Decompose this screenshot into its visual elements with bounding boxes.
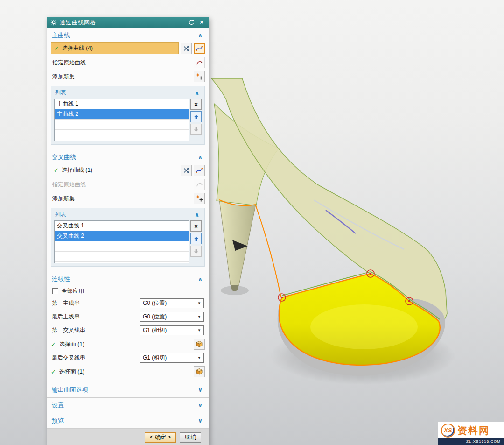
chevron-up-icon[interactable]: ∧: [196, 276, 204, 283]
section-title: 预览: [52, 417, 196, 425]
arrow-down-icon: [194, 249, 199, 254]
watermark-brand: 资料网: [457, 424, 490, 437]
first-primary-dropdown[interactable]: G0 (位置) ▼: [140, 298, 204, 308]
chevron-up-icon[interactable]: ∧: [196, 32, 204, 39]
chevron-down-icon[interactable]: ∨: [196, 417, 204, 424]
cross-select-curve-label: 选择曲线 (1): [62, 166, 92, 174]
list-title: 列表: [55, 89, 193, 97]
dropdown-value: G0 (位置): [143, 299, 196, 307]
section-main-curves: 主曲线 ∧ ✓ 选择曲线 (4): [47, 28, 209, 149]
table-row[interactable]: 交叉曲线 1: [55, 221, 189, 231]
add-new-set-icon[interactable]: [194, 193, 205, 204]
curve-rule-icon[interactable]: [194, 43, 205, 54]
section-settings-header[interactable]: 设置 ∨: [47, 398, 209, 413]
last-cross-label: 最后交叉线串: [52, 354, 140, 362]
table-row-empty[interactable]: [55, 241, 189, 252]
row-label: 主曲线 2: [55, 109, 90, 119]
arrow-up-icon: [194, 236, 199, 241]
swap-arrows-icon[interactable]: [181, 43, 192, 54]
dialog-footer: < 确定 > 取消: [47, 429, 209, 445]
chevron-up-icon[interactable]: ∧: [196, 154, 204, 161]
arrow-down-icon: [194, 127, 199, 132]
move-up-button[interactable]: [190, 111, 202, 122]
dropdown-value: G1 (相切): [143, 326, 196, 334]
close-icon[interactable]: ×: [198, 19, 205, 26]
last-cross-dropdown[interactable]: G1 (相切) ▼: [140, 353, 204, 363]
watermark-url: ZL.XS1616.COM: [438, 438, 504, 445]
first-primary-label: 第一主线串: [52, 299, 140, 307]
main-select-curve-field[interactable]: ✓ 选择曲线 (4): [51, 42, 179, 54]
section-continuity-header[interactable]: 连续性 ∧: [47, 273, 209, 285]
select-face-first-label: 选择面 (1): [58, 340, 192, 348]
move-down-button[interactable]: [190, 246, 202, 257]
chevron-up-icon[interactable]: ∧: [193, 212, 201, 218]
cross-origin-curve-label: 指定原始曲线: [51, 181, 192, 189]
curve-rule-icon[interactable]: [194, 165, 205, 176]
swap-arrows-icon[interactable]: [181, 165, 192, 176]
gear-icon: [50, 19, 57, 26]
remove-row-button[interactable]: ×: [190, 220, 202, 232]
apply-all-label: 全部应用: [62, 287, 84, 295]
chevron-down-icon: ▼: [197, 328, 201, 332]
table-row[interactable]: 主曲线 1: [55, 99, 189, 109]
remove-row-button[interactable]: ×: [190, 99, 202, 110]
chevron-down-icon: ▼: [197, 301, 201, 305]
list-title: 列表: [55, 211, 193, 219]
section-preview-header[interactable]: 预览 ∨: [47, 413, 209, 428]
chevron-down-icon: ▼: [197, 315, 201, 319]
dropdown-value: G0 (位置): [143, 313, 196, 321]
chevron-down-icon[interactable]: ∨: [196, 387, 204, 393]
reset-icon[interactable]: [188, 19, 195, 26]
cross-select-curve-field[interactable]: ✓ 选择曲线 (1): [51, 164, 179, 176]
section-output-options: 输出曲面选项 ∨: [47, 382, 209, 398]
first-cross-dropdown[interactable]: G1 (相切) ▼: [140, 325, 204, 335]
move-up-button[interactable]: [190, 233, 202, 244]
origin-curve-icon-disabled: [194, 179, 205, 190]
origin-curve-icon[interactable]: [194, 57, 205, 68]
cross-curves-table: 交叉曲线 1 交叉曲线 2: [54, 220, 189, 263]
cross-add-new-set-label: 添加新集: [51, 195, 192, 203]
last-primary-label: 最后主线串: [52, 313, 140, 321]
section-main-curves-header[interactable]: 主曲线 ∧: [47, 29, 209, 41]
section-preview: 预览 ∨: [47, 413, 209, 429]
ok-button[interactable]: < 确定 >: [145, 432, 176, 443]
check-icon: ✓: [51, 368, 56, 375]
section-title: 输出曲面选项: [52, 386, 196, 394]
delete-icon: ×: [194, 101, 198, 108]
section-title: 交叉曲线: [52, 153, 196, 162]
section-title: 连续性: [52, 275, 196, 283]
apply-all-checkbox[interactable]: [52, 288, 58, 294]
table-row-empty[interactable]: [55, 252, 189, 262]
check-icon: ✓: [54, 167, 59, 174]
section-settings: 设置 ∨: [47, 398, 209, 413]
table-row-selected[interactable]: 主曲线 2: [55, 109, 189, 120]
orange-back-seam[interactable]: [256, 205, 281, 297]
section-cross-curves: 交叉曲线 ∧ ✓ 选择曲线 (1): [47, 149, 209, 271]
watermark: XS 资料网 ZL.XS1616.COM: [438, 422, 504, 445]
dropdown-value: G1 (相切): [143, 354, 196, 362]
main-curves-table: 主曲线 1 主曲线 2: [54, 99, 189, 141]
table-row-empty[interactable]: [55, 130, 189, 140]
section-continuity: 连续性 ∧ 全部应用 第一主线串 G0 (位置) ▼ 最后主线串 G0 (位置)…: [47, 271, 209, 382]
main-select-curve-label: 选择曲线 (4): [62, 44, 93, 52]
section-cross-curves-header[interactable]: 交叉曲线 ∧: [47, 151, 209, 163]
check-icon: ✓: [51, 341, 56, 348]
application-viewport: 通过曲线网格 × 主曲线 ∧ ✓ 选择曲线 (4): [0, 0, 504, 445]
face-cube-icon[interactable]: [194, 339, 205, 350]
move-down-button[interactable]: [190, 124, 202, 135]
chevron-up-icon[interactable]: ∧: [193, 90, 201, 96]
vamp-highlight: [310, 304, 418, 349]
first-cross-label: 第一交叉线串: [52, 326, 140, 334]
section-output-options-header[interactable]: 输出曲面选项 ∨: [47, 382, 209, 397]
table-row-selected[interactable]: 交叉曲线 2: [55, 231, 189, 241]
add-new-set-icon[interactable]: [194, 71, 205, 82]
table-row-empty[interactable]: [55, 120, 189, 130]
dialog-titlebar[interactable]: 通过曲线网格 ×: [47, 17, 209, 28]
arrow-up-icon: [194, 114, 199, 120]
chevron-down-icon[interactable]: ∨: [196, 402, 204, 409]
row-label: 主曲线 1: [55, 99, 90, 109]
cancel-button[interactable]: 取消: [180, 432, 201, 443]
face-cube-icon[interactable]: [194, 366, 205, 377]
last-primary-dropdown[interactable]: G0 (位置) ▼: [140, 312, 204, 322]
main-origin-curve-label: 指定原始曲线: [51, 59, 192, 67]
